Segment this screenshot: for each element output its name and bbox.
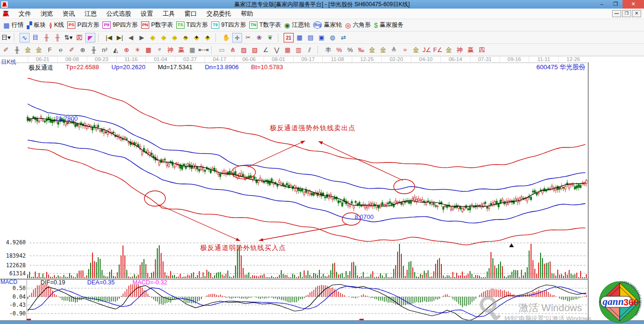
status-bar [0,321,644,324]
macd-macd-value: MACD=-0.32 [133,279,167,286]
indicator-up-value: Up=20.2620 [112,63,145,72]
activate-windows-watermark: 激活 Windows [519,301,582,314]
upper-channel-price-tag: 21.7800 [55,115,78,122]
indicator-dn-value: Dn=13.8906 [205,63,239,72]
macd-axis-label: 0.04 [0,293,26,300]
volume-axis-label: 122628 [0,262,26,269]
lower-channel-price-tag: 8.0700 [355,213,374,220]
gann360-logo: 234567890123456789012345 gann 360 [597,281,643,324]
windows-key-icon [476,295,504,322]
volume-axis-label: 61314 [0,270,26,277]
macd-axis-label: 0.50 [0,285,26,292]
indicator-info-line: 极反通道 Tp=22.6588 Up=20.2620 Md=17.5341 Dn… [29,63,283,72]
pane-label-macd: MACD [0,279,17,285]
price-axis-label: 4.9260 [0,239,26,246]
stock-code-name: 600475 华光股份 [536,63,585,72]
sell-point-annotation: 极反通道强势外轨线卖出点 [270,124,356,133]
panel-divider[interactable] [588,63,589,321]
macd-dea-value: DEA=0.35 [87,279,114,286]
application-window: 赢 赢家江恩专业版[赢家内部服务平台] - [华光股份 SH600475-609… [0,0,644,324]
macd-axis-label: -0.90 [0,310,26,317]
svg-text:360: 360 [624,297,639,307]
buy-point-annotation: 极反通道弱势外轨线买入点 [200,244,286,252]
kline-chart-canvas[interactable] [0,0,644,324]
macd-axis-label: -0.43 [0,302,26,308]
indicator-name: 极反通道 [29,63,53,72]
volume-axis-label: 183942 [0,252,26,259]
indicator-bt-value: Bt=10.5783 [251,63,283,72]
indicator-tp-value: Tp=22.6588 [66,63,99,72]
indicator-md-value: Md=17.5341 [158,63,193,72]
macd-dif-value: DIF=0.19 [41,279,65,286]
svg-text:gann: gann [602,296,624,307]
